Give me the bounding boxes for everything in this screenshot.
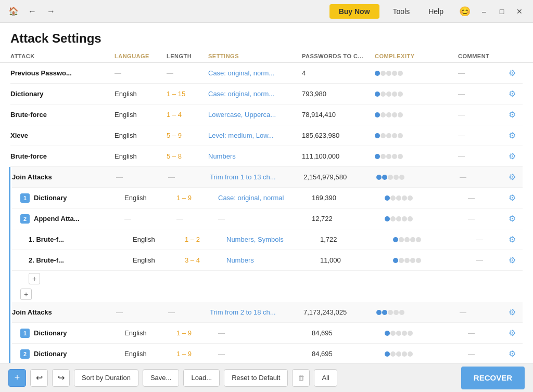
settings-cell[interactable]: Numbers, Symbols xyxy=(226,236,320,243)
settings-cell[interactable]: Lowercase, Upperca... xyxy=(208,111,302,119)
settings-icon[interactable]: ⚙ xyxy=(509,307,516,317)
add-sub-attack-button[interactable]: + xyxy=(29,273,40,284)
badge-2: 2 xyxy=(20,349,30,359)
page-header: Attack Settings xyxy=(0,23,533,50)
dot-5 xyxy=(408,331,413,336)
complexity-cell xyxy=(376,310,460,315)
settings-cell[interactable]: Level: medium, Low... xyxy=(208,132,302,139)
attack-name: 1. Brute-f... xyxy=(29,236,133,243)
back-button[interactable]: ← xyxy=(25,4,40,19)
page-title: Attack Settings xyxy=(10,31,523,46)
dot-4 xyxy=(394,310,399,315)
lang-cell: English xyxy=(115,152,167,160)
gear-cell: ⚙ xyxy=(502,349,523,359)
save-button[interactable]: Save... xyxy=(143,369,179,387)
redo-icon: ↪ xyxy=(58,373,65,383)
buy-now-button[interactable]: Buy Now xyxy=(329,4,379,19)
add-button[interactable]: + xyxy=(8,369,26,387)
comment-cell: — xyxy=(468,194,502,202)
reset-button[interactable]: Reset to Default xyxy=(224,369,288,387)
dot-1 xyxy=(376,310,382,315)
add-attack-button[interactable]: + xyxy=(20,289,32,300)
comment-cell: — xyxy=(460,308,502,316)
complexity-cell xyxy=(385,195,468,201)
dot-5 xyxy=(408,351,413,357)
redo-button[interactable]: ↪ xyxy=(52,369,70,387)
settings-icon[interactable]: ⚙ xyxy=(509,110,516,120)
badge-2: 2 xyxy=(20,214,30,224)
settings-icon[interactable]: ⚙ xyxy=(509,89,516,99)
all-button[interactable]: All xyxy=(314,369,337,387)
dot-2 xyxy=(390,331,396,336)
passwords-cell: 1,722 xyxy=(320,236,393,243)
passwords-cell: 185,623,980 xyxy=(302,132,375,139)
passwords-cell: 7,173,243,025 xyxy=(303,308,376,316)
lang-cell: — xyxy=(116,173,168,181)
gear-cell: ⚙ xyxy=(502,89,523,99)
settings-icon[interactable]: ⚙ xyxy=(509,68,516,78)
dot-2 xyxy=(380,71,386,76)
settings-cell[interactable]: Case: original, norm... xyxy=(208,69,302,77)
home-button[interactable]: 🏠 xyxy=(6,4,21,19)
settings-icon[interactable]: ⚙ xyxy=(509,193,516,203)
settings-cell[interactable]: Trim from 1 to 13 ch... xyxy=(210,173,303,181)
complexity-cell xyxy=(375,71,458,76)
help-button[interactable]: Help xyxy=(423,4,449,19)
dot-1 xyxy=(385,351,390,357)
lang-cell: English xyxy=(133,256,185,264)
dot-5 xyxy=(398,133,403,138)
length-cell: — xyxy=(176,215,218,223)
table-body: Previous Passwo... — — Case: original, n… xyxy=(0,63,533,363)
lang-cell: English xyxy=(115,132,167,139)
settings-cell[interactable]: Case: original, norm... xyxy=(208,90,302,98)
settings-cell: — xyxy=(218,329,312,337)
settings-icon[interactable]: ⚙ xyxy=(509,234,516,244)
badge-container: 2 Append Atta... xyxy=(20,214,124,224)
gear-cell: ⚙ xyxy=(502,172,523,182)
dot-5 xyxy=(416,237,421,242)
settings-cell[interactable]: Numbers xyxy=(208,152,302,160)
attack-name: Brute-force xyxy=(10,152,115,160)
settings-cell[interactable]: Numbers xyxy=(226,256,320,264)
forward-button[interactable]: → xyxy=(44,4,58,19)
dot-2 xyxy=(380,133,386,138)
settings-icon[interactable]: ⚙ xyxy=(509,151,516,161)
dot-5 xyxy=(408,216,413,221)
tools-button[interactable]: Tools xyxy=(388,4,415,19)
lang-cell: English xyxy=(115,90,167,98)
col-header-attack: ATTACK xyxy=(10,53,115,59)
undo-button[interactable]: ↩ xyxy=(30,369,48,387)
close-button[interactable]: ✕ xyxy=(512,4,527,19)
settings-cell[interactable]: Trim from 2 to 18 ch... xyxy=(210,308,303,316)
settings-icon[interactable]: ⚙ xyxy=(509,214,516,224)
complexity-cell xyxy=(385,331,468,336)
comment-cell: — xyxy=(458,111,502,119)
sort-duration-button[interactable]: Sort by Duration xyxy=(74,369,138,387)
settings-icon[interactable]: ⚙ xyxy=(509,328,516,338)
table-row: 1 Dictionary English 1 – 9 — 84,695 — ⚙ xyxy=(12,323,523,344)
maximize-button[interactable]: □ xyxy=(494,4,509,19)
attack-name: Dictionary xyxy=(10,90,115,98)
settings-cell[interactable]: Case: original, normal xyxy=(218,194,312,202)
dot-4 xyxy=(392,92,397,97)
recover-button[interactable]: RECOVER xyxy=(461,367,525,389)
delete-button[interactable]: 🗑 xyxy=(292,369,310,387)
attack-name: Join Attacks xyxy=(12,173,116,181)
emoji-button[interactable]: 😊 xyxy=(457,4,473,19)
lang-cell: English xyxy=(124,194,176,202)
dot-1 xyxy=(375,154,380,159)
settings-icon[interactable]: ⚙ xyxy=(509,172,516,182)
minimize-button[interactable]: – xyxy=(477,4,491,19)
settings-cell: — xyxy=(218,215,312,223)
settings-icon[interactable]: ⚙ xyxy=(509,130,516,140)
table-row: Brute-force English 5 – 8 Numbers 111,10… xyxy=(10,146,523,167)
dot-3 xyxy=(386,133,391,138)
settings-icon[interactable]: ⚙ xyxy=(509,255,516,265)
dot-4 xyxy=(402,351,407,357)
load-button[interactable]: Load... xyxy=(183,369,220,387)
dot-1 xyxy=(385,195,390,201)
length-cell: 1 – 9 xyxy=(176,350,218,358)
dot-2 xyxy=(382,310,387,315)
settings-icon[interactable]: ⚙ xyxy=(509,349,516,359)
dot-1 xyxy=(385,331,390,336)
